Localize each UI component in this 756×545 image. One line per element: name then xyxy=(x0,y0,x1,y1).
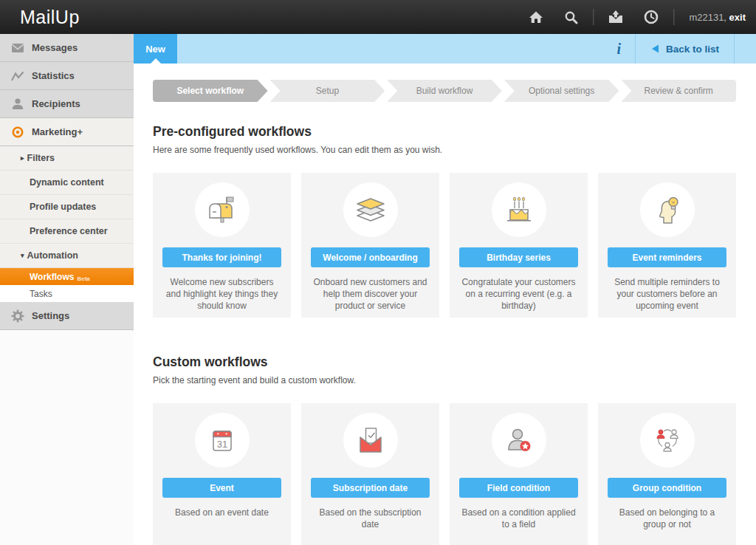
workflow-description: Based on belonging to a group or not xyxy=(608,507,726,530)
sidebar-item-automation[interactable]: ▾ Automation xyxy=(0,244,134,268)
mailup-app: MailUp m22131, exit Messages xyxy=(0,0,756,545)
card-icon-circle xyxy=(492,413,546,467)
workflow-button[interactable]: Group condition xyxy=(608,478,726,498)
sidebar-item-dynamic-content[interactable]: Dynamic content xyxy=(0,171,134,195)
bullseye-icon xyxy=(11,126,24,138)
username: m22131, xyxy=(689,12,729,23)
section-title: Pre-configured workflows xyxy=(153,124,736,140)
back-to-list-button[interactable]: Back to list xyxy=(636,44,734,55)
workflow-button[interactable]: Birthday series xyxy=(459,247,578,267)
workflow-description: Welcome new subscribers and highlight ke… xyxy=(162,276,281,312)
svg-text:31: 31 xyxy=(216,439,227,450)
card-icon-circle xyxy=(343,413,398,467)
workflow-button[interactable]: Event reminders xyxy=(608,247,726,267)
topbar-divider xyxy=(593,9,594,25)
person-icon xyxy=(11,98,24,109)
history-clock-icon[interactable] xyxy=(633,10,669,24)
card-grid: Thanks for joining! Welcome new subscrib… xyxy=(153,173,736,318)
workflow-button[interactable]: Thanks for joining! xyxy=(162,247,281,267)
sidebar-item-tasks[interactable]: Tasks xyxy=(0,285,134,302)
sidebar-item-filters[interactable]: ▸ Filters xyxy=(0,146,134,171)
workflow-card-event[interactable]: 31 Event Based on an event date xyxy=(153,403,291,545)
user-account: m22131, exit xyxy=(678,12,746,23)
search-icon[interactable] xyxy=(554,10,588,24)
card-icon-circle xyxy=(195,182,250,237)
workflow-card-group[interactable]: Group condition Based on belonging to a … xyxy=(598,403,736,545)
step-select-workflow[interactable]: Select workflow xyxy=(153,80,268,102)
home-icon[interactable] xyxy=(518,10,554,24)
workflow-card-thanks[interactable]: Thanks for joining! Welcome new subscrib… xyxy=(153,173,291,318)
step-setup[interactable]: Setup xyxy=(270,80,385,102)
workflow-button[interactable]: Welcome / onboarding xyxy=(311,247,430,267)
sidebar-item-workflows[interactable]: Workflows Beta xyxy=(0,268,134,285)
workflow-description: Send multiple reminders to your customer… xyxy=(608,276,726,312)
page-content: Select workflow Setup Build workflow Opt… xyxy=(134,64,756,545)
tabbar-divider xyxy=(734,34,735,64)
card-icon-circle xyxy=(492,182,546,237)
layers-icon xyxy=(354,194,387,225)
sidebar-item-settings[interactable]: Settings xyxy=(0,302,134,330)
sidebar-item-messages[interactable]: Messages xyxy=(0,34,134,62)
birthday-cake-icon xyxy=(503,194,535,225)
card-icon-circle xyxy=(343,182,398,237)
mailup-logo: MailUp xyxy=(20,7,80,28)
workflow-description: Onboard new customers and help them disc… xyxy=(311,276,430,312)
card-icon-circle: 31 xyxy=(195,413,250,467)
workflow-button[interactable]: Event xyxy=(162,478,281,498)
workflow-card-field[interactable]: Field condition Based on a condition app… xyxy=(450,403,588,545)
card-icon-circle xyxy=(640,413,695,467)
group-network-icon xyxy=(651,425,684,455)
workflow-card-birthday[interactable]: Birthday series Congratulate your custom… xyxy=(450,173,588,318)
envelope-icon xyxy=(11,43,24,53)
gear-icon xyxy=(11,309,24,323)
workflow-card-subscription[interactable]: Subscription date Based on the subscript… xyxy=(301,403,439,545)
card-grid: 31 Event Based on an event date xyxy=(153,403,736,545)
tab-new[interactable]: New xyxy=(134,34,177,64)
person-star-icon xyxy=(503,425,535,455)
topbar-actions: m22131, exit xyxy=(518,9,746,25)
sidebar-item-recipients[interactable]: Recipients xyxy=(0,90,134,118)
workflow-description: Congratulate your customers on a recurri… xyxy=(459,276,578,312)
stats-line-icon xyxy=(11,71,24,81)
workflow-description: Based on a condition applied to a field xyxy=(459,507,578,530)
caret-down-icon: ▾ xyxy=(21,252,24,259)
sidebar-item-profile-updates[interactable]: Profile updates xyxy=(0,195,134,219)
wizard-steps: Select workflow Setup Build workflow Opt… xyxy=(153,80,736,102)
card-icon-circle xyxy=(640,182,695,237)
workflow-button[interactable]: Subscription date xyxy=(311,478,430,498)
section-subtitle: Pick the starting event and build a cust… xyxy=(153,375,736,385)
step-build-workflow[interactable]: Build workflow xyxy=(387,80,502,102)
topbar-divider xyxy=(673,9,674,25)
back-arrow-icon xyxy=(650,44,660,54)
step-optional-settings[interactable]: Optional settings xyxy=(504,80,619,102)
calendar-icon: 31 xyxy=(206,424,238,456)
workflow-button[interactable]: Field condition xyxy=(459,478,578,498)
sidebar-item-marketing[interactable]: Marketing+ xyxy=(0,118,134,146)
workflow-card-reminders[interactable]: Event reminders Send multiple reminders … xyxy=(598,173,736,318)
section-title: Custom workflows xyxy=(153,354,736,370)
workflow-description: Based on the subscription date xyxy=(311,507,430,530)
tabbar: New i Back to list xyxy=(134,34,756,64)
beta-badge: Beta xyxy=(77,275,89,285)
envelope-check-icon xyxy=(354,424,387,456)
workflow-description: Based on an event date xyxy=(162,507,281,518)
section-subtitle: Here are some frequently used workflows.… xyxy=(153,145,736,155)
sidebar-item-preference-center[interactable]: Preference center xyxy=(0,219,134,244)
sidebar-item-statistics[interactable]: Statistics xyxy=(0,62,134,90)
step-review-confirm[interactable]: Review & confirm xyxy=(621,80,736,102)
topbar: MailUp m22131, exit xyxy=(0,0,756,34)
mailbox-icon xyxy=(206,193,238,226)
caret-right-icon: ▸ xyxy=(21,154,24,162)
section-custom: Custom workflows Pick the starting event… xyxy=(153,354,736,545)
exit-link[interactable]: exit xyxy=(729,12,746,23)
head-bulb-icon xyxy=(651,193,684,226)
export-mail-icon[interactable] xyxy=(598,10,633,24)
workflow-card-onboarding[interactable]: Welcome / onboarding Onboard new custome… xyxy=(301,173,439,318)
info-icon[interactable]: i xyxy=(602,41,635,58)
section-preconfigured: Pre-configured workflows Here are some f… xyxy=(153,124,736,318)
sidebar: Messages Statistics Recipients Marketing… xyxy=(0,34,134,545)
